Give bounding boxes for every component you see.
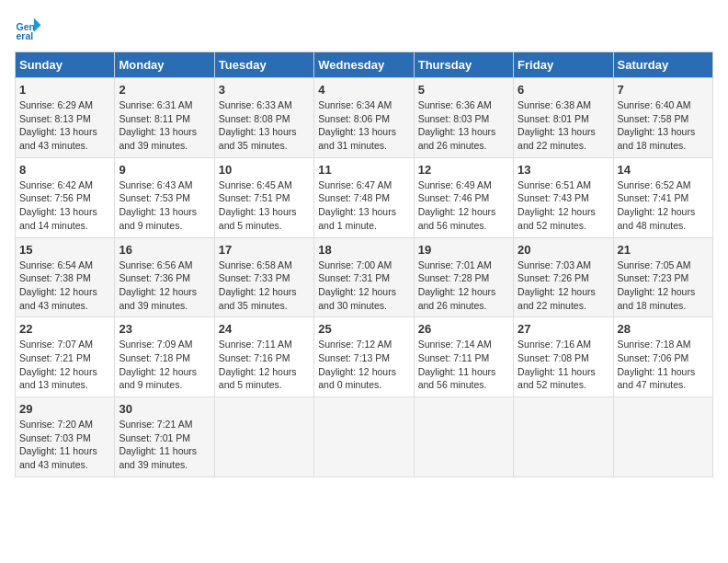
calendar-week-row: 8 Sunrise: 6:42 AM Sunset: 7:56 PM Dayli… xyxy=(16,157,713,237)
daylight-label: Daylight: 13 hours and 26 minutes. xyxy=(418,126,496,151)
daylight-label: Daylight: 11 hours and 47 minutes. xyxy=(618,366,696,391)
cell-content: Sunrise: 6:36 AM Sunset: 8:03 PM Dayligh… xyxy=(418,98,509,153)
day-number: 13 xyxy=(518,163,609,177)
sunrise-label: Sunrise: 6:38 AM xyxy=(518,99,591,110)
daylight-label: Daylight: 11 hours and 39 minutes. xyxy=(119,445,197,470)
cell-content: Sunrise: 7:00 AM Sunset: 7:31 PM Dayligh… xyxy=(318,259,409,313)
daylight-label: Daylight: 11 hours and 52 minutes. xyxy=(518,366,596,391)
daylight-label: Daylight: 11 hours and 43 minutes. xyxy=(19,445,97,470)
sunrise-label: Sunrise: 6:51 AM xyxy=(518,179,591,190)
sunset-label: Sunset: 7:58 PM xyxy=(618,113,689,124)
daylight-label: Daylight: 12 hours and 0 minutes. xyxy=(318,366,396,391)
day-number: 29 xyxy=(19,402,110,416)
cell-content: Sunrise: 7:03 AM Sunset: 7:26 PM Dayligh… xyxy=(518,259,609,313)
sunset-label: Sunset: 7:06 PM xyxy=(618,352,689,363)
day-number: 16 xyxy=(119,243,210,257)
sunrise-label: Sunrise: 7:03 AM xyxy=(518,259,591,270)
calendar-cell xyxy=(514,397,613,477)
sunset-label: Sunset: 7:48 PM xyxy=(318,192,390,203)
cell-content: Sunrise: 6:38 AM Sunset: 8:01 PM Dayligh… xyxy=(518,98,609,153)
svg-text:eral: eral xyxy=(17,30,34,41)
sunrise-label: Sunrise: 7:00 AM xyxy=(318,259,392,270)
day-number: 2 xyxy=(119,83,210,97)
cell-content: Sunrise: 6:58 AM Sunset: 7:33 PM Dayligh… xyxy=(219,259,310,313)
day-number: 6 xyxy=(518,83,609,97)
day-number: 15 xyxy=(19,243,110,257)
header-sunday: Sunday xyxy=(16,52,115,78)
day-number: 26 xyxy=(418,322,509,336)
header-friday: Friday xyxy=(514,52,613,78)
day-number: 30 xyxy=(119,402,210,416)
cell-content: Sunrise: 6:56 AM Sunset: 7:36 PM Dayligh… xyxy=(119,259,210,313)
day-number: 18 xyxy=(318,243,409,257)
sunset-label: Sunset: 8:03 PM xyxy=(418,113,490,124)
day-number: 9 xyxy=(119,163,210,177)
calendar-cell xyxy=(613,397,712,477)
daylight-label: Daylight: 13 hours and 1 minute. xyxy=(318,206,396,231)
cell-content: Sunrise: 7:01 AM Sunset: 7:28 PM Dayligh… xyxy=(418,259,509,313)
day-number: 11 xyxy=(318,163,409,177)
sunset-label: Sunset: 7:28 PM xyxy=(418,272,490,283)
daylight-label: Daylight: 13 hours and 35 minutes. xyxy=(219,126,297,151)
calendar-cell: 27 Sunrise: 7:16 AM Sunset: 7:08 PM Dayl… xyxy=(514,317,613,397)
calendar-cell: 11 Sunrise: 6:47 AM Sunset: 7:48 PM Dayl… xyxy=(314,157,414,237)
day-number: 4 xyxy=(318,83,409,97)
cell-content: Sunrise: 6:51 AM Sunset: 7:43 PM Dayligh… xyxy=(518,178,609,233)
sunset-label: Sunset: 7:01 PM xyxy=(119,432,190,443)
daylight-label: Daylight: 12 hours and 18 minutes. xyxy=(618,286,696,311)
daylight-label: Daylight: 13 hours and 31 minutes. xyxy=(318,126,396,151)
calendar-cell: 16 Sunrise: 6:56 AM Sunset: 7:36 PM Dayl… xyxy=(115,237,214,317)
svg-marker-2 xyxy=(34,18,41,32)
sunset-label: Sunset: 7:16 PM xyxy=(219,352,290,363)
calendar-cell: 14 Sunrise: 6:52 AM Sunset: 7:41 PM Dayl… xyxy=(613,157,712,237)
sunset-label: Sunset: 7:21 PM xyxy=(19,352,91,363)
sunrise-label: Sunrise: 6:29 AM xyxy=(19,99,93,110)
calendar-cell xyxy=(314,397,414,477)
cell-content: Sunrise: 7:21 AM Sunset: 7:01 PM Dayligh… xyxy=(119,418,210,472)
sunset-label: Sunset: 8:13 PM xyxy=(19,113,91,124)
sunset-label: Sunset: 7:43 PM xyxy=(518,192,589,203)
calendar-week-row: 29 Sunrise: 7:20 AM Sunset: 7:03 PM Dayl… xyxy=(16,397,713,477)
sunset-label: Sunset: 7:53 PM xyxy=(119,192,190,203)
sunset-label: Sunset: 7:13 PM xyxy=(318,352,390,363)
daylight-label: Daylight: 12 hours and 48 minutes. xyxy=(618,206,696,231)
sunrise-label: Sunrise: 7:05 AM xyxy=(618,259,691,270)
calendar-cell: 13 Sunrise: 6:51 AM Sunset: 7:43 PM Dayl… xyxy=(514,157,613,237)
cell-content: Sunrise: 7:16 AM Sunset: 7:08 PM Dayligh… xyxy=(518,338,609,392)
sunset-label: Sunset: 8:08 PM xyxy=(219,113,290,124)
sunset-label: Sunset: 7:23 PM xyxy=(618,272,689,283)
sunrise-label: Sunrise: 6:45 AM xyxy=(219,179,292,190)
calendar-cell: 23 Sunrise: 7:09 AM Sunset: 7:18 PM Dayl… xyxy=(115,317,214,397)
sunrise-label: Sunrise: 7:14 AM xyxy=(418,339,492,350)
daylight-label: Daylight: 13 hours and 5 minutes. xyxy=(219,206,297,231)
sunrise-label: Sunrise: 6:36 AM xyxy=(418,99,492,110)
daylight-label: Daylight: 12 hours and 56 minutes. xyxy=(418,206,496,231)
calendar-cell: 4 Sunrise: 6:34 AM Sunset: 8:06 PM Dayli… xyxy=(314,78,414,158)
sunrise-label: Sunrise: 6:56 AM xyxy=(119,259,192,270)
day-number: 20 xyxy=(518,243,609,257)
sunset-label: Sunset: 7:33 PM xyxy=(219,272,290,283)
day-number: 22 xyxy=(19,322,110,336)
daylight-label: Daylight: 12 hours and 35 minutes. xyxy=(219,286,297,311)
sunset-label: Sunset: 7:08 PM xyxy=(518,352,589,363)
cell-content: Sunrise: 7:20 AM Sunset: 7:03 PM Dayligh… xyxy=(19,418,110,472)
sunrise-label: Sunrise: 6:42 AM xyxy=(19,179,93,190)
sunset-label: Sunset: 8:11 PM xyxy=(119,113,190,124)
calendar-cell: 18 Sunrise: 7:00 AM Sunset: 7:31 PM Dayl… xyxy=(314,237,414,317)
day-number: 23 xyxy=(119,322,210,336)
cell-content: Sunrise: 6:42 AM Sunset: 7:56 PM Dayligh… xyxy=(19,178,110,233)
cell-content: Sunrise: 6:40 AM Sunset: 7:58 PM Dayligh… xyxy=(618,98,709,153)
daylight-label: Daylight: 11 hours and 56 minutes. xyxy=(418,366,496,391)
sunset-label: Sunset: 7:31 PM xyxy=(318,272,390,283)
cell-content: Sunrise: 6:43 AM Sunset: 7:53 PM Dayligh… xyxy=(119,178,210,233)
sunrise-label: Sunrise: 6:58 AM xyxy=(219,259,292,270)
sunset-label: Sunset: 7:36 PM xyxy=(119,272,190,283)
day-number: 28 xyxy=(618,322,709,336)
calendar-cell: 15 Sunrise: 6:54 AM Sunset: 7:38 PM Dayl… xyxy=(16,237,115,317)
calendar-cell: 17 Sunrise: 6:58 AM Sunset: 7:33 PM Dayl… xyxy=(214,237,313,317)
calendar-cell: 1 Sunrise: 6:29 AM Sunset: 8:13 PM Dayli… xyxy=(16,78,115,158)
calendar-cell: 3 Sunrise: 6:33 AM Sunset: 8:08 PM Dayli… xyxy=(214,78,313,158)
daylight-label: Daylight: 12 hours and 39 minutes. xyxy=(119,286,197,311)
daylight-label: Daylight: 13 hours and 9 minutes. xyxy=(119,206,197,231)
calendar-cell: 6 Sunrise: 6:38 AM Sunset: 8:01 PM Dayli… xyxy=(514,78,613,158)
